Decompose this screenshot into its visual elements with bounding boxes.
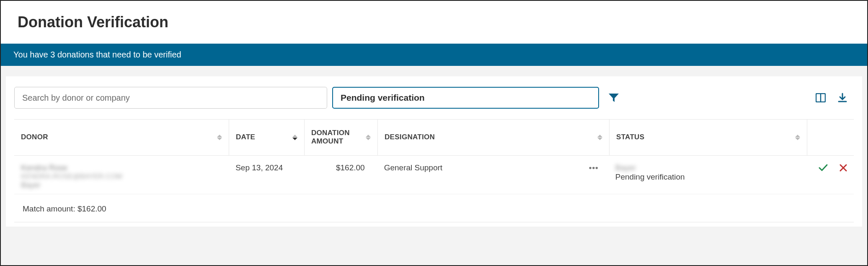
match-amount-value: $162.00 [78,204,106,213]
toolbar-right [816,93,847,103]
x-icon [840,164,847,172]
filter-icon [608,93,619,102]
table-row: Kendra Rose KENDRA.ROSE@BAYER.COM Bayer … [14,156,854,194]
reject-button[interactable] [840,164,847,172]
download-icon [837,93,847,103]
columns-icon [816,93,826,102]
page-header: Donation Verification [1,1,867,44]
cell-amount: $162.00 [304,157,377,194]
sort-icon [597,135,602,140]
cell-designation: General Support ••• [377,157,609,194]
approve-button[interactable] [819,164,828,172]
search-input[interactable] [14,87,327,109]
download-button[interactable] [837,93,847,103]
column-header-actions [807,120,854,155]
match-amount-row: Match amount: $162.00 [14,194,854,222]
row-more-button[interactable]: ••• [589,163,599,172]
column-label: STATUS [616,133,644,141]
column-label: DONOR [21,133,48,141]
status-filter-value: Pending verification [341,93,425,103]
sort-icon [795,135,800,140]
filter-button[interactable] [608,93,619,102]
column-header-date[interactable]: DATE [229,120,305,155]
cell-actions [806,157,854,194]
cell-donor: Kendra Rose KENDRA.ROSE@BAYER.COM Bayer [14,157,229,194]
status-company-redacted: Bayer [615,163,799,172]
column-label: DESIGNATION [385,133,435,141]
column-header-designation[interactable]: DESIGNATION [378,120,610,155]
cell-status: Bayer Pending verification [609,157,806,194]
column-label: DATE [236,133,255,141]
cell-date: Sep 13, 2024 [229,157,304,194]
banner-text: You have 3 donations that need to be ver… [13,50,181,59]
designation-text: General Support [384,163,442,172]
column-header-amount[interactable]: DONATION AMOUNT [305,120,378,155]
table-header-row: DONOR DATE DONATION AMOUNT DESIGNATION S… [14,119,854,156]
sort-icon [217,135,222,140]
page-title: Donation Verification [18,13,850,31]
match-amount-label: Match amount: [23,204,75,213]
column-label: DONATION AMOUNT [311,129,366,146]
donor-name-redacted: Kendra Rose [21,163,222,172]
donor-company-redacted: Bayer [21,181,222,190]
pending-count-banner: You have 3 donations that need to be ver… [1,44,867,66]
column-header-donor[interactable]: DONOR [14,120,229,155]
check-icon [819,164,828,172]
donor-email-redacted: KENDRA.ROSE@BAYER.COM [21,172,222,181]
main-content: Pending verification [6,76,862,227]
status-text: Pending verification [615,172,799,182]
sort-icon [292,135,297,140]
column-header-status[interactable]: STATUS [610,120,807,155]
columns-button[interactable] [816,93,826,103]
sort-icon [366,135,371,140]
status-filter-select[interactable]: Pending verification [332,87,599,109]
toolbar: Pending verification [14,87,854,109]
